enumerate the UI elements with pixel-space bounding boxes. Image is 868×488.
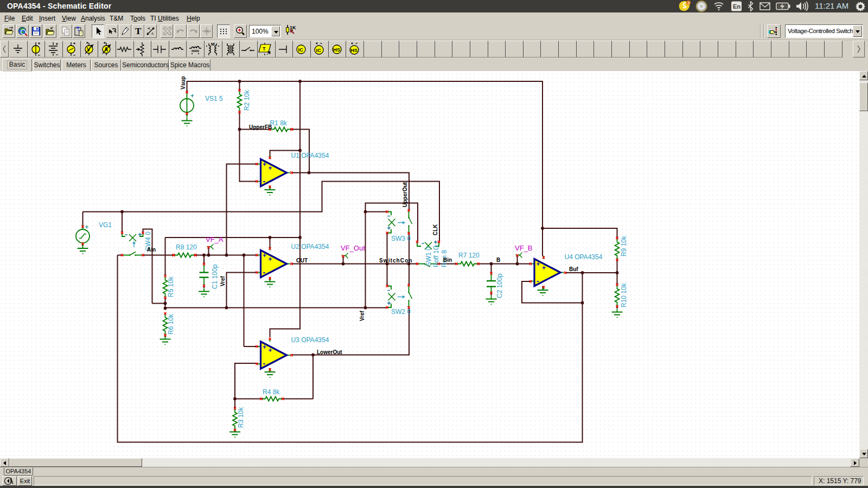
- svg-text:+: +: [537, 260, 540, 268]
- svg-text:R7 120: R7 120: [458, 252, 480, 259]
- svg-text:B: B: [496, 257, 500, 263]
- svg-text:C1 100p: C1 100p: [211, 264, 219, 289]
- svg-text:-: -: [263, 177, 266, 185]
- svg-text:U4 OPA4354: U4 OPA4354: [565, 253, 603, 261]
- svg-text:Bin: Bin: [443, 257, 452, 263]
- svg-text:VG1: VG1: [99, 221, 112, 229]
- svg-text:+: +: [263, 160, 266, 168]
- svg-text:Vsup: Vsup: [180, 76, 186, 89]
- svg-text:VS1 5: VS1 5: [205, 95, 223, 102]
- svg-text:CLK: CLK: [432, 224, 438, 235]
- svg-text:4: 4: [687, 1, 690, 5]
- svg-text:VF_B: VF_B: [515, 244, 533, 252]
- svg-text:Roff 1G: Roff 1G: [432, 245, 440, 267]
- svg-text:LowerOut: LowerOut: [317, 349, 342, 355]
- svg-text:U2 OPA4354: U2 OPA4354: [291, 243, 329, 251]
- svg-text:Vref: Vref: [359, 310, 365, 321]
- svg-text:R4 8k: R4 8k: [263, 388, 280, 396]
- svg-text:SW1 0: SW1 0: [425, 247, 432, 266]
- svg-text:+: +: [269, 346, 272, 354]
- svg-text:+: +: [269, 255, 272, 263]
- svg-text:+: +: [263, 343, 266, 351]
- svg-text:Buf: Buf: [569, 266, 578, 272]
- svg-text:U3 OPA4354: U3 OPA4354: [291, 336, 329, 344]
- svg-text:R9 10k: R9 10k: [620, 235, 628, 256]
- svg-text:HS: HS: [333, 47, 340, 53]
- svg-text:+: +: [263, 252, 266, 259]
- svg-text:SW2 0: SW2 0: [391, 308, 411, 316]
- svg-text:IC: IC: [316, 47, 322, 53]
- svg-text:Ain: Ain: [147, 247, 156, 253]
- svg-text:OUT: OUT: [296, 258, 308, 264]
- svg-text:1K: 1K: [290, 25, 296, 30]
- svg-text:En: En: [733, 3, 741, 10]
- svg-text:UpperFB: UpperFB: [249, 124, 272, 130]
- svg-text:R10 10k: R10 10k: [620, 282, 628, 307]
- svg-text:C2 100p: C2 100p: [496, 273, 503, 298]
- svg-text:R1 8k: R1 8k: [270, 119, 288, 127]
- svg-text:-: -: [537, 277, 539, 285]
- svg-text:Vref: Vref: [220, 275, 226, 286]
- svg-text:UpperOut: UpperOut: [402, 182, 408, 207]
- svg-text:R8 120: R8 120: [176, 243, 197, 251]
- svg-text:R3 10k: R3 10k: [237, 407, 245, 428]
- svg-text:R2 10k: R2 10k: [243, 89, 251, 111]
- svg-text:U1 OPA4354: U1 OPA4354: [291, 152, 329, 159]
- svg-text:+: +: [269, 164, 272, 172]
- svg-text:SW3 0: SW3 0: [391, 235, 411, 242]
- svg-text:+: +: [542, 264, 546, 272]
- svg-text:-: -: [263, 359, 266, 368]
- svg-text:SwitchCon: SwitchCon: [379, 258, 413, 264]
- svg-text:R6 10k: R6 10k: [167, 313, 175, 335]
- svg-text:HS: HS: [350, 47, 358, 53]
- svg-text:M: M: [211, 42, 215, 47]
- svg-text:R5 10k: R5 10k: [167, 276, 175, 297]
- svg-text:VF_A: VF_A: [206, 235, 224, 243]
- svg-text:VF_Out: VF_Out: [341, 244, 365, 252]
- svg-text:T: T: [135, 26, 142, 36]
- svg-text:-: -: [263, 268, 266, 277]
- svg-text:T: T: [263, 46, 266, 52]
- svg-text:IC: IC: [298, 47, 304, 53]
